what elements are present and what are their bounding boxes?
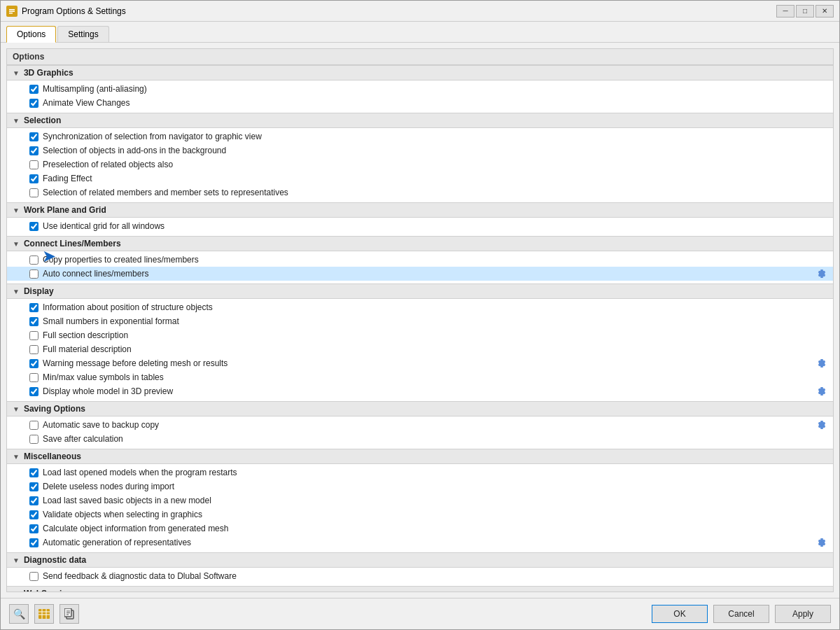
checkbox-calc-info[interactable] [29,524,38,533]
gear-icon-auto-save[interactable] [816,419,827,430]
label-auto-connect[interactable]: Auto connect lines/members [43,269,148,279]
checkbox-auto-representatives[interactable] [29,538,38,547]
checkbox-save-after-calc[interactable] [29,435,38,444]
checkbox-warning-mesh[interactable] [29,359,38,368]
checkbox-copy-properties[interactable] [29,255,38,265]
section-header-display[interactable]: ▼Display [7,284,833,299]
maximize-button[interactable]: □ [796,5,814,18]
minimize-button[interactable]: ─ [776,5,794,18]
section-header-connect-lines[interactable]: ▼Connect Lines/Members [7,236,833,251]
label-select-addons[interactable]: Selection of objects in add-ons in the b… [43,146,226,155]
checkbox-animate-view[interactable] [29,99,38,108]
label-full-material[interactable]: Full material description [43,344,132,354]
gear-icon-display-3d[interactable] [816,386,827,397]
section-header-work-plane[interactable]: ▼Work Plane and Grid [7,202,833,218]
main-window: Program Options & Settings ─ □ ✕ Options… [0,0,840,630]
svg-rect-1 [9,9,15,10]
checkbox-select-members[interactable] [29,188,38,197]
tab-options[interactable]: Options [6,26,56,43]
label-info-position[interactable]: Information about position of structure … [43,302,213,312]
label-multisampling[interactable]: Multisampling (anti-aliasing) [43,84,147,94]
label-validate-objects[interactable]: Validate objects when selecting in graph… [43,510,202,519]
section-title-display: Display [24,286,54,296]
option-row-multisampling: Multisampling (anti-aliasing) [7,82,833,96]
label-display-3d[interactable]: Display whole model in 3D preview [43,386,173,396]
table-icon-btn[interactable] [34,604,54,624]
label-animate-view[interactable]: Animate View Changes [43,98,130,108]
checkbox-minmax-symbols[interactable] [29,373,38,382]
label-preselection[interactable]: Preselection of related objects also [43,160,173,169]
label-small-numbers[interactable]: Small numbers in exponential format [43,316,179,326]
checkbox-auto-save[interactable] [29,421,38,430]
section-header-diagnostic[interactable]: ▼Diagnostic data [7,552,833,568]
option-row-load-last-models: Load last opened models when the program… [7,465,833,479]
checkbox-delete-nodes[interactable] [29,482,38,491]
checkbox-preselection[interactable] [29,160,38,169]
checkbox-validate-objects[interactable] [29,510,38,519]
checkbox-full-material[interactable] [29,345,38,354]
chevron-icon: ▼ [13,590,20,593]
ok-button[interactable]: OK [652,605,708,623]
label-calc-info[interactable]: Calculate object information from genera… [43,524,228,533]
label-fading-effect[interactable]: Fading Effect [43,174,92,183]
section-header-selection[interactable]: ▼Selection [7,113,833,128]
section-header-miscellaneous[interactable]: ▼Miscellaneous [7,449,833,464]
checkbox-fading-effect[interactable] [29,174,38,183]
section-header-saving[interactable]: ▼Saving Options [7,401,833,416]
checkbox-full-section[interactable] [29,331,38,340]
label-select-members[interactable]: Selection of related members and member … [43,188,288,197]
label-identical-grid[interactable]: Use identical grid for all windows [43,221,164,231]
bottom-right-buttons: OK Cancel Apply [652,605,831,623]
checkbox-info-position[interactable] [29,303,38,312]
checkbox-identical-grid[interactable] [29,222,38,231]
svg-rect-3 [9,13,13,14]
checkbox-load-last-models[interactable] [29,468,38,477]
close-button[interactable]: ✕ [816,5,834,18]
checkbox-small-numbers[interactable] [29,317,38,326]
checkbox-multisampling[interactable] [29,85,38,94]
checkbox-select-addons[interactable] [29,146,38,155]
cancel-button[interactable]: Cancel [713,605,769,623]
checkbox-auto-connect[interactable] [29,270,38,279]
checkbox-wrapper-auto-save: Automatic save to backup copy [29,420,819,430]
apply-button[interactable]: Apply [775,605,831,623]
option-row-auto-connect: Auto connect lines/members [7,267,833,281]
copy-icon-btn[interactable] [59,604,79,624]
option-row-info-position: Information about position of structure … [7,300,833,314]
section-header-webservice[interactable]: ▼WebService [7,586,833,592]
tab-settings[interactable]: Settings [57,26,108,42]
checkbox-wrapper-load-last-models: Load last opened models when the program… [29,468,819,477]
gear-icon-auto-representatives[interactable] [816,537,827,548]
label-send-feedback[interactable]: Send feedback & diagnostic data to Dluba… [43,571,237,581]
label-copy-properties[interactable]: Copy properties to created lines/members [43,255,199,265]
checkbox-send-feedback[interactable] [29,572,38,581]
main-content: Options ▼3D GraphicsMultisampling (anti-… [1,43,839,598]
label-full-section[interactable]: Full section description [43,330,128,340]
section-header-3d-graphics[interactable]: ▼3D Graphics [7,65,833,80]
checkbox-sync-selection[interactable] [29,132,38,141]
checkbox-wrapper-auto-connect: Auto connect lines/members [29,269,819,279]
label-load-basic[interactable]: Load last saved basic objects in a new m… [43,496,211,505]
label-warning-mesh[interactable]: Warning message before deleting mesh or … [43,358,227,368]
section-content-selection: Synchronization of selection from naviga… [7,128,833,201]
bottom-bar: 🔍 OK [1,598,839,629]
label-auto-save[interactable]: Automatic save to backup copy [43,420,159,430]
chevron-icon: ▼ [13,117,20,125]
checkbox-display-3d[interactable] [29,387,38,396]
checkbox-wrapper-calc-info: Calculate object information from genera… [29,524,819,533]
checkbox-load-basic[interactable] [29,496,38,505]
label-delete-nodes[interactable]: Delete useless nodes during import [43,482,174,491]
gear-icon-auto-connect[interactable] [816,268,827,279]
label-save-after-calc[interactable]: Save after calculation [43,434,123,444]
search-icon-btn[interactable]: 🔍 [9,604,29,624]
checkbox-wrapper-send-feedback: Send feedback & diagnostic data to Dluba… [29,571,819,581]
label-load-last-models[interactable]: Load last opened models when the program… [43,468,237,477]
gear-icon-warning-mesh[interactable] [816,358,827,369]
section-title-saving: Saving Options [24,404,85,414]
option-row-validate-objects: Validate objects when selecting in graph… [7,507,833,522]
label-sync-selection[interactable]: Synchronization of selection from naviga… [43,132,262,141]
label-minmax-symbols[interactable]: Min/max value symbols in tables [43,372,164,382]
panel-header: Options [7,49,833,65]
label-auto-representatives[interactable]: Automatic generation of representatives [43,538,191,547]
section-content-connect-lines: Copy properties to created lines/members… [7,251,833,282]
